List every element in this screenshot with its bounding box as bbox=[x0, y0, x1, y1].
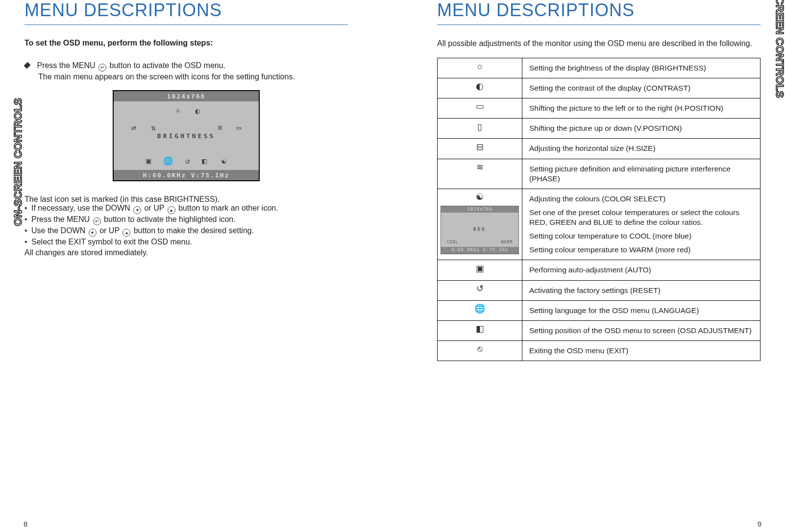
step1-text-b: button to activate the OSD menu. bbox=[110, 61, 226, 70]
row-phase: Setting picture definition and eliminati… bbox=[522, 159, 760, 189]
row-reset: Activating the factory settings (RESET) bbox=[522, 280, 760, 300]
b3b: or UP bbox=[99, 226, 120, 235]
heading-rule-right bbox=[437, 24, 760, 25]
bullet-3: Use the DOWN ▾ or UP ▴ button to make th… bbox=[25, 226, 348, 236]
vposition-icon: ▯ bbox=[473, 121, 486, 132]
b3c: button to make the desired setting. bbox=[134, 226, 254, 235]
table-row: ◧ Setting position of the OSD menu to sc… bbox=[438, 320, 760, 340]
table-row: ▣ Performing auto-adjustment (AUTO) bbox=[438, 260, 760, 280]
diamond-bullet-icon bbox=[24, 62, 30, 69]
phase-icon: ≋ bbox=[473, 162, 486, 173]
page-left: MENU DESCRIPTIONS To set the OSD menu, p… bbox=[15, 0, 358, 257]
bullet-1: If necessary, use the DOWN ▾ or UP ▴ but… bbox=[25, 204, 348, 213]
b2a: Press the MENU bbox=[31, 215, 90, 223]
osd-color-icon: ☯ bbox=[219, 155, 229, 166]
osd-brightness-icon: ☼ bbox=[172, 105, 183, 116]
osd-frequencies: H:60.0KHz V:75.1Hz bbox=[114, 170, 259, 180]
b2b: button to activate the highlighted icon. bbox=[104, 215, 236, 223]
menu-enter-icon: ↵ bbox=[98, 64, 106, 72]
b1b: or UP bbox=[144, 204, 164, 212]
osd-osdadj-icon: ◧ bbox=[199, 155, 210, 166]
osd-hpos-icon: ⇄ bbox=[128, 122, 139, 133]
heading-right: MENU DESCRIPTIONS bbox=[437, 0, 760, 21]
page-number-right: 9 bbox=[758, 520, 761, 528]
row-color-title: Adjusting the colours (COLOR SELECT) bbox=[529, 194, 753, 204]
page-right: MENU DESCRIPTIONS All possible adjustmen… bbox=[427, 0, 770, 361]
osd-hsize-icon: ▭ bbox=[233, 122, 244, 133]
osd-adjust-icon: ◧ bbox=[473, 324, 486, 335]
reset-icon: ↺ bbox=[473, 284, 486, 294]
row-color: Adjusting the colours (COLOR SELECT) Set… bbox=[522, 189, 760, 260]
osd-center-label: BRIGHTNESS bbox=[157, 132, 215, 140]
table-row: 🌐 Setting language for the OSD menu (LAN… bbox=[438, 300, 760, 320]
hposition-icon: ▭ bbox=[473, 101, 486, 112]
exit-icon: ⎋ bbox=[473, 344, 486, 355]
row-auto: Performing auto-adjustment (AUTO) bbox=[522, 260, 760, 280]
auto-icon: ▣ bbox=[473, 263, 486, 274]
mini-osd-cool: COOL bbox=[447, 240, 458, 245]
heading-rule-left bbox=[25, 24, 348, 25]
brightness-icon: ☼ bbox=[473, 61, 486, 72]
table-row: ≋ Setting picture definition and elimina… bbox=[438, 159, 760, 189]
description-table: ☼ Setting the brightness of the display … bbox=[437, 58, 760, 361]
osd-body: BRIGHTNESS ☼ ◐ ⇄ ⇅ ▭ ≋ ▣ 🌐 ☯ ◧ ↺ bbox=[114, 101, 259, 170]
row-exit: Exiting the OSD menu (EXIT) bbox=[522, 341, 760, 361]
osd-screenshot: 1024x768 BRIGHTNESS ☼ ◐ ⇄ ⇅ ▭ ≋ ▣ 🌐 ☯ ◧ … bbox=[113, 90, 260, 181]
osd-resolution: 1024x768 bbox=[114, 91, 259, 101]
up-icon: ▴ bbox=[168, 206, 175, 214]
step1-sub: The main menu appears on the screen with… bbox=[38, 73, 348, 81]
heading-left: MENU DESCRIPTIONS bbox=[25, 0, 348, 21]
after-shot-text: The last icon set is marked (in this cas… bbox=[25, 195, 348, 204]
row-color-p2: Setting colour temperature to COOL (more… bbox=[529, 231, 753, 241]
down-icon: ▾ bbox=[133, 206, 141, 214]
osd-auto-icon: ▣ bbox=[143, 155, 154, 166]
lead-bold: To set the OSD menu, perform the followi… bbox=[25, 39, 348, 48]
bullet-list: If necessary, use the DOWN ▾ or UP ▴ but… bbox=[25, 204, 348, 246]
table-row: ☼ Setting the brightness of the display … bbox=[438, 58, 760, 78]
contrast-icon: ◐ bbox=[473, 81, 486, 92]
table-row: ⎋ Exiting the OSD menu (EXIT) bbox=[438, 341, 760, 361]
bullet-2: Press the MENU ↵ button to activate the … bbox=[25, 215, 348, 224]
down-icon-2: ▾ bbox=[89, 229, 97, 237]
row-brightness: Setting the brightness of the display (B… bbox=[522, 58, 760, 78]
up-icon-2: ▴ bbox=[123, 229, 130, 237]
color-select-icon: ☯ bbox=[473, 192, 486, 203]
mini-osd-screenshot: 1024x768 RED COOL WARM H:60.0KHz U:75.1H… bbox=[441, 206, 519, 254]
side-tab-right: ON-SCREEN CONTROLS bbox=[773, 0, 785, 98]
table-row: ◐ Setting the contrast of the display (C… bbox=[438, 78, 760, 98]
row-color-p3: Setting colour temperature to WARM (more… bbox=[529, 245, 753, 255]
menu-enter-icon-2: ↵ bbox=[93, 218, 101, 225]
mini-osd-warm: WARM bbox=[501, 240, 513, 245]
row-language: Setting language for the OSD menu (LANGU… bbox=[522, 300, 760, 320]
mini-osd-body: RED COOL WARM bbox=[441, 213, 518, 247]
osd-language-icon: 🌐 bbox=[163, 155, 173, 166]
page-number-left: 8 bbox=[24, 520, 27, 528]
osd-phase-icon: ≋ bbox=[215, 122, 225, 133]
osd-vpos-icon: ⇅ bbox=[148, 122, 159, 133]
row-hpos: Shifting the picture to the left or to t… bbox=[522, 98, 760, 119]
osd-contrast-icon: ◐ bbox=[192, 105, 203, 116]
step1: Press the MENU ↵ button to activate the … bbox=[25, 61, 348, 71]
language-icon: 🌐 bbox=[473, 304, 486, 314]
table-row: ▯ Shifting the picture up or down (V.POS… bbox=[438, 119, 760, 139]
mini-osd-top: 1024x768 bbox=[441, 206, 518, 213]
table-row: ↺ Activating the factory settings (RESET… bbox=[438, 280, 760, 300]
mini-osd-bottom: H:60.0KHz U:75.1Hz bbox=[441, 247, 518, 254]
osd-reset-icon: ↺ bbox=[182, 155, 193, 166]
row-osdadjust: Setting position of the OSD menu to scre… bbox=[522, 320, 760, 340]
mini-osd-center: RED bbox=[473, 227, 486, 233]
intro-right: All possible adjustments of the monitor … bbox=[437, 39, 760, 49]
row-contrast: Setting the contrast of the display (CON… bbox=[522, 78, 760, 98]
step1-text-a: Press the MENU bbox=[37, 61, 95, 70]
bullet-4: Select the EXIT symbol to exit the OSD m… bbox=[25, 238, 348, 246]
row-hsize: Adjusting the horizontal size (H.SIZE) bbox=[522, 139, 760, 159]
b3a: Use the DOWN bbox=[31, 226, 85, 235]
table-row: ▭ Shifting the picture to the left or to… bbox=[438, 98, 760, 119]
table-row: ☯ 1024x768 RED COOL WARM H:60.0KHz U:75.… bbox=[438, 189, 760, 260]
row-color-p1: Set one of the preset colour temperature… bbox=[529, 208, 753, 227]
tail-text: All changes are stored immediately. bbox=[25, 248, 348, 257]
hsize-icon: ⊟ bbox=[473, 142, 486, 152]
b1a: If necessary, use the DOWN bbox=[31, 204, 130, 212]
b1c: button to mark an other icon. bbox=[178, 204, 278, 212]
table-row: ⊟ Adjusting the horizontal size (H.SIZE) bbox=[438, 139, 760, 159]
